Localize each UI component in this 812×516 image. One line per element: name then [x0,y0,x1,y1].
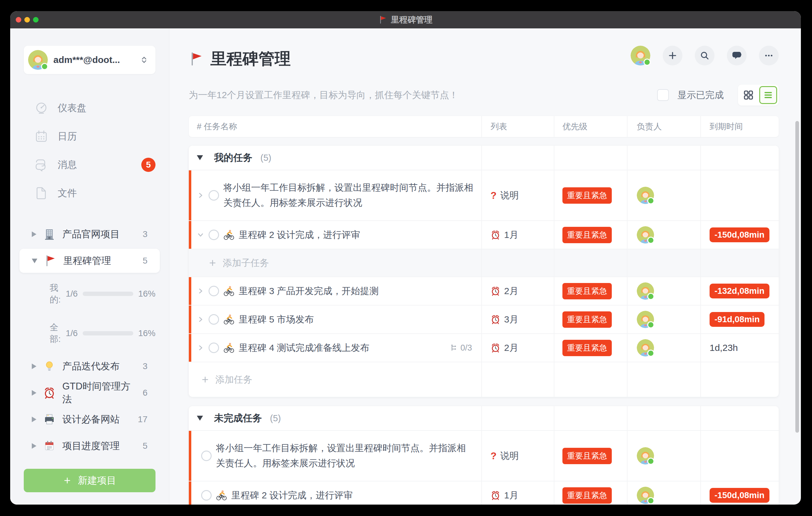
chevron-right-icon[interactable] [197,316,204,323]
chevron-right-icon[interactable] [197,287,204,295]
task-name: 里程碑 2 设计完成，进行评审 [231,488,353,503]
progress-percent: 16% [138,289,155,299]
chevron-down-icon[interactable] [197,231,204,238]
alarm-icon [491,286,500,296]
list-label: 说明 [500,189,519,202]
priority-badge[interactable]: 重要且紧急 [562,487,612,504]
show-completed-checkbox[interactable] [657,89,669,101]
task-checkbox[interactable] [208,190,219,201]
due-time-badge[interactable]: -150d,08min [709,488,770,503]
view-toggle [738,85,779,106]
list-label: 2月 [504,342,519,354]
priority-badge[interactable]: 重要且紧急 [562,283,612,299]
close-button[interactable] [16,17,21,23]
task-row[interactable]: 里程碑 2 设计完成，进行评审 1月 重要且紧急 -150d,08min [189,482,779,505]
group-header[interactable]: 未完成任务 (5) [189,406,779,431]
priority-badge[interactable]: 重要且紧急 [562,227,612,243]
task-row[interactable]: 里程碑 3 产品开发完成，开始提测 2月 重要且紧急 -132d,08min [189,277,779,306]
add-task-row[interactable]: 添加任务 [189,362,779,397]
task-checkbox[interactable] [201,490,212,500]
nav-label: 日历 [58,130,77,143]
project-count: 3 [143,362,147,371]
message-icon [34,158,49,172]
chat-button[interactable] [727,46,747,65]
task-checkbox[interactable] [208,230,219,240]
task-name: 将小组一年工作目标拆解，设置出里程碑时间节点。并指派相关责任人。用标签来展示进行… [216,441,469,470]
project-label: GTD时间管理方法 [62,380,136,406]
project-item-design-sites[interactable]: 设计必备网站 17 [24,406,155,433]
due-time-badge[interactable]: -132d,08min [709,284,770,298]
sidebar-item-calendar[interactable]: 日历 [24,122,155,151]
due-time-badge[interactable]: -91d,08min [709,312,764,327]
task-row[interactable]: 里程碑 4 测试完成准备线上发布 0/3 2月 重要且紧急 1d,23h [189,334,779,362]
collapse-triangle-icon[interactable] [32,443,36,449]
priority-badge[interactable]: 重要且紧急 [562,448,612,464]
project-item-website[interactable]: 产品官网项目 3 [24,221,155,248]
priority-badge[interactable]: 重要且紧急 [562,187,612,204]
collapse-triangle-icon[interactable] [32,417,36,422]
project-label: 里程碑管理 [63,254,111,267]
search-icon [699,50,710,61]
task-checkbox[interactable] [208,286,219,296]
collapse-triangle-icon[interactable] [32,364,36,369]
project-count: 6 [143,388,147,398]
collapse-triangle-icon[interactable] [197,416,203,421]
group-header[interactable]: 我的任务 (5) [189,146,779,170]
project-item-schedule[interactable]: 项目进度管理 5 [24,433,155,459]
task-row[interactable]: 将小组一年工作目标拆解，设置出里程碑时间节点。并指派相关责任人。用标签来展示进行… [189,431,779,482]
task-name: 将小组一年工作目标拆解，设置出里程碑时间节点。并指派相关责任人。用标签来展示进行… [223,180,476,210]
page-title-text: 里程碑管理 [210,48,291,70]
task-name: 里程碑 4 测试完成准备线上发布 [239,340,369,355]
task-checkbox[interactable] [208,343,219,353]
building-icon [43,228,56,240]
new-project-label: 新建项目 [78,474,116,487]
expand-triangle-icon[interactable] [32,259,37,263]
ellipsis-icon [763,50,774,61]
chevron-right-icon[interactable] [197,192,204,199]
add-subtask-row[interactable]: 添加子任务 [189,249,779,277]
plus-icon [208,259,216,267]
collapse-triangle-icon[interactable] [197,155,203,160]
sidebar: adm***@doot... 仪表盘 日历 消息 5 [10,28,169,505]
collapse-triangle-icon[interactable] [32,231,36,237]
task-name: 里程碑 3 产品开发完成，开始提测 [239,284,379,299]
account-switcher[interactable]: adm***@doot... [24,46,155,74]
task-checkbox[interactable] [208,314,219,325]
account-email: adm***@doot... [53,55,133,65]
new-project-button[interactable]: 新建项目 [24,469,155,492]
list-label: 1月 [504,229,519,241]
current-user-avatar[interactable] [631,46,650,65]
collapse-triangle-icon[interactable] [32,390,36,396]
progress-bar [83,331,133,336]
project-count: 5 [143,441,147,451]
task-row[interactable]: 里程碑 5 市场发布 3月 重要且紧急 -91d,08min [189,306,779,334]
add-member-button[interactable] [663,46,683,65]
sidebar-item-dashboard[interactable]: 仪表盘 [24,94,155,122]
question-icon: ? [491,450,497,462]
more-button[interactable] [759,46,779,65]
search-button[interactable] [695,46,715,65]
chevron-right-icon[interactable] [197,344,204,351]
list-label: 3月 [504,313,519,326]
zoom-button[interactable] [33,17,38,23]
task-checkbox[interactable] [201,451,212,461]
due-time-badge[interactable]: -150d,08min [709,227,770,242]
task-row[interactable]: 将小组一年工作目标拆解，设置出里程碑时间节点。并指派相关责任人。用标签来展示进行… [189,170,779,221]
sidebar-item-messages[interactable]: 消息 5 [24,151,155,179]
vertical-scrollbar[interactable] [795,121,799,433]
list-view-button[interactable] [759,86,777,104]
project-item-iteration[interactable]: 产品迭代发布 3 [24,353,155,380]
alarm-icon [491,314,500,324]
priority-badge[interactable]: 重要且紧急 [562,311,612,328]
sidebar-item-files[interactable]: 文件 [24,179,155,207]
project-item-milestone[interactable]: 里程碑管理 5 [20,249,160,273]
flag-icon [189,52,204,66]
project-item-gtd[interactable]: GTD时间管理方法 6 [24,380,155,406]
alarm-icon [491,490,500,500]
priority-badge[interactable]: 重要且紧急 [562,340,612,356]
minimize-button[interactable] [24,17,30,23]
board-view-button[interactable] [740,86,757,104]
task-row[interactable]: 里程碑 2 设计完成，进行评审 1月 重要且紧急 -150d,08min [189,221,779,249]
page-subtitle: 为一年12个月设置工作里程碑，目标为导向，抓住每个关键节点！ [189,89,458,102]
assignee-avatar [637,487,654,504]
